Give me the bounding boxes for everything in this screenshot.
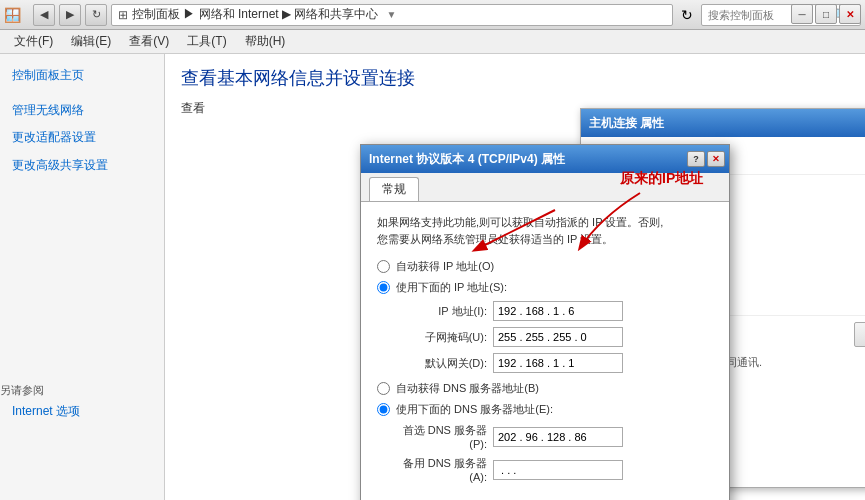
- minimize-button[interactable]: ─: [791, 4, 813, 24]
- ip-form: IP 地址(I): 子网掩码(U): 默认网关(D):: [397, 301, 713, 373]
- auto-ip-label: 自动获得 IP 地址(O): [396, 259, 494, 274]
- adapter-panel-title: 主机连接 属性 ? ✕: [581, 109, 865, 137]
- manual-dns-row: 使用下面的 DNS 服务器地址(E):: [377, 402, 713, 417]
- tab-general[interactable]: 常规: [369, 177, 419, 201]
- window-control-buttons: ─ □ ✕: [791, 4, 861, 24]
- breadcrumb-text: 控制面板 ▶ 网络和 Internet ▶ 网络和共享中心: [132, 6, 378, 23]
- auto-ip-radio[interactable]: [377, 260, 390, 273]
- menu-view[interactable]: 查看(V): [121, 31, 177, 52]
- menu-help[interactable]: 帮助(H): [237, 31, 294, 52]
- app-icon: 🪟: [4, 7, 21, 23]
- dialog-tabs: 常规: [361, 173, 729, 202]
- tcp-ip-dialog: Internet 协议版本 4 (TCP/IPv4) 属性 ? ✕ 常规 如果网…: [360, 144, 730, 500]
- menu-bar: 文件(F) 编辑(E) 查看(V) 工具(T) 帮助(H): [0, 30, 865, 54]
- uninstall-button[interactable]: 卸载(U): [854, 322, 865, 347]
- back-button[interactable]: ◀: [33, 4, 55, 26]
- content-area: 查看基本网络信息并设置连接 查看 主机连接 属性 ? ✕ Family Cont…: [165, 54, 865, 500]
- subnet-row: 子网掩码(U):: [397, 327, 713, 347]
- alt-dns-row: 备用 DNS 服务器(A):: [397, 456, 713, 483]
- also-ref-label: 另请参阅: [0, 383, 164, 398]
- sidebar-item-home[interactable]: 控制面板主页: [0, 62, 164, 89]
- breadcrumb-dropdown-icon[interactable]: ▼: [386, 9, 396, 20]
- tcp-dialog-title: Internet 协议版本 4 (TCP/IPv4) 属性: [369, 151, 565, 168]
- ip-address-label: IP 地址(I):: [397, 304, 487, 319]
- sidebar-item-adapter[interactable]: 更改适配器设置: [0, 124, 164, 151]
- manual-dns-label: 使用下面的 DNS 服务器地址(E):: [396, 402, 553, 417]
- dialog-title-icons: ? ✕: [687, 151, 725, 167]
- sidebar-item-sharing[interactable]: 更改高级共享设置: [0, 152, 164, 179]
- close-button[interactable]: ✕: [839, 4, 861, 24]
- ip-address-input[interactable]: [493, 301, 623, 321]
- gateway-row: 默认网关(D):: [397, 353, 713, 373]
- page-title: 查看基本网络信息并设置连接: [181, 66, 849, 90]
- title-bar-left: 🪟 ◀ ▶ ↻ ⊞ 控制面板 ▶ 网络和 Internet ▶ 网络和共享中心 …: [4, 4, 861, 26]
- dialog-help-btn[interactable]: ?: [687, 151, 705, 167]
- dialog-description: 如果网络支持此功能,则可以获取自动指派的 IP 设置。否则, 您需要从网络系统管…: [377, 214, 713, 247]
- tcp-dialog-title-bar: Internet 协议版本 4 (TCP/IPv4) 属性 ? ✕: [361, 145, 729, 173]
- manual-ip-radio[interactable]: [377, 281, 390, 294]
- sidebar-item-wireless[interactable]: 管理无线网络: [0, 97, 164, 124]
- auto-ip-row: 自动获得 IP 地址(O): [377, 259, 713, 274]
- subnet-label: 子网掩码(U):: [397, 330, 487, 345]
- primary-dns-label: 首选 DNS 服务器(P):: [397, 423, 487, 450]
- manual-dns-radio[interactable]: [377, 403, 390, 416]
- dialog-close-btn[interactable]: ✕: [707, 151, 725, 167]
- dialog-body: 如果网络支持此功能,则可以获取自动指派的 IP 设置。否则, 您需要从网络系统管…: [361, 202, 729, 500]
- gateway-input[interactable]: [493, 353, 623, 373]
- alt-dns-input[interactable]: [493, 460, 623, 480]
- main-layout: 控制面板主页 管理无线网络 更改适配器设置 更改高级共享设置 另请参阅 Inte…: [0, 54, 865, 500]
- window-controls: 🪟: [4, 7, 25, 23]
- primary-dns-input[interactable]: [493, 427, 623, 447]
- dns-form: 首选 DNS 服务器(P): 备用 DNS 服务器(A):: [397, 423, 713, 483]
- auto-dns-label: 自动获得 DNS 服务器地址(B): [396, 381, 539, 396]
- breadcrumb: ⊞ 控制面板 ▶ 网络和 Internet ▶ 网络和共享中心 ▼: [111, 4, 673, 26]
- menu-file[interactable]: 文件(F): [6, 31, 61, 52]
- breadcrumb-icon: ⊞: [118, 8, 128, 22]
- dns-section: 自动获得 DNS 服务器地址(B) 使用下面的 DNS 服务器地址(E): 首选…: [377, 381, 713, 483]
- subnet-input[interactable]: [493, 327, 623, 347]
- auto-dns-radio[interactable]: [377, 382, 390, 395]
- title-bar: 🪟 ◀ ▶ ↻ ⊞ 控制面板 ▶ 网络和 Internet ▶ 网络和共享中心 …: [0, 0, 865, 30]
- refresh-button[interactable]: ↻: [85, 4, 107, 26]
- manual-ip-row: 使用下面的 IP 地址(S):: [377, 280, 713, 295]
- auto-dns-row: 自动获得 DNS 服务器地址(B): [377, 381, 713, 396]
- maximize-button[interactable]: □: [815, 4, 837, 24]
- ip-address-row: IP 地址(I):: [397, 301, 713, 321]
- menu-edit[interactable]: 编辑(E): [63, 31, 119, 52]
- manual-ip-label: 使用下面的 IP 地址(S):: [396, 280, 507, 295]
- sidebar-item-internet-options[interactable]: Internet 选项: [0, 398, 164, 425]
- refresh-icon[interactable]: ↻: [681, 7, 693, 23]
- gateway-label: 默认网关(D):: [397, 356, 487, 371]
- alt-dns-label: 备用 DNS 服务器(A):: [397, 456, 487, 483]
- menu-tools[interactable]: 工具(T): [179, 31, 234, 52]
- forward-button[interactable]: ▶: [59, 4, 81, 26]
- sidebar: 控制面板主页 管理无线网络 更改适配器设置 更改高级共享设置 另请参阅 Inte…: [0, 54, 165, 500]
- primary-dns-row: 首选 DNS 服务器(P):: [397, 423, 713, 450]
